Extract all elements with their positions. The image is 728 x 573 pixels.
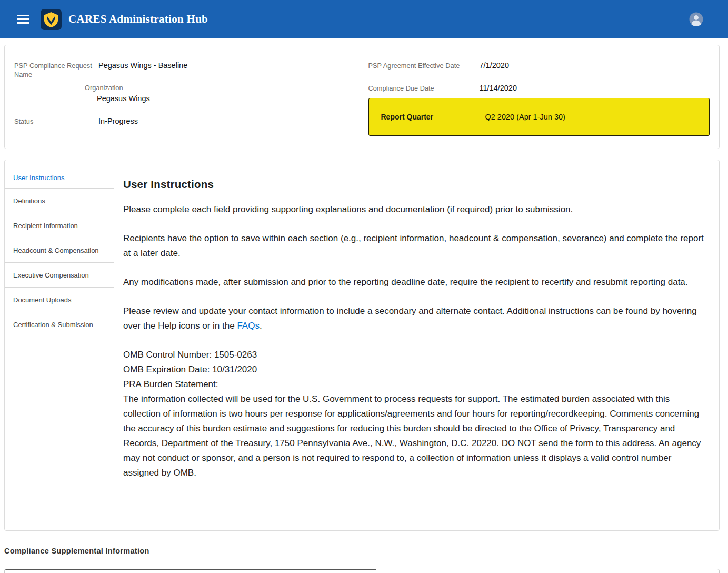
request-name-value: Pegasus Wings - Baseline bbox=[98, 61, 187, 70]
sidebar-item-definitions[interactable]: Definitions bbox=[5, 188, 114, 213]
page-title: User Instructions bbox=[123, 178, 709, 191]
sidebar-item-document-uploads[interactable]: Document Uploads bbox=[5, 287, 114, 312]
sidebar-item-certification-submission[interactable]: Certification & Submission bbox=[5, 312, 114, 337]
effective-date-field: PSP Agreement Effective Date 7/1/2020 bbox=[368, 61, 710, 70]
main-panel: User Instructions Definitions Recipient … bbox=[4, 160, 720, 531]
supplemental-section-heading: Compliance Supplemental Information bbox=[4, 547, 728, 555]
sidebar-item-user-instructions[interactable]: User Instructions bbox=[5, 167, 114, 187]
instruction-paragraph-4-text: Please review and update your contact in… bbox=[123, 306, 697, 331]
report-quarter-value: Q2 2020 (Apr 1-Jun 30) bbox=[485, 113, 565, 121]
supplemental-panel-edge bbox=[4, 569, 376, 570]
report-quarter-highlight: Report Quarter Q2 2020 (Apr 1-Jun 30) bbox=[368, 98, 710, 136]
report-quarter-label: Report Quarter bbox=[381, 113, 485, 121]
request-name-label: PSP Compliance Request Name bbox=[14, 61, 98, 79]
user-instructions-content: User Instructions Please complete each f… bbox=[114, 160, 719, 530]
omb-block: OMB Control Number: 1505-0263 OMB Expira… bbox=[123, 348, 709, 480]
sidebar-item-recipient-information[interactable]: Recipient Information bbox=[5, 213, 114, 238]
instruction-paragraph-1: Please complete each field providing sup… bbox=[123, 202, 709, 217]
section-nav: User Instructions Definitions Recipient … bbox=[5, 160, 114, 530]
request-name-field: PSP Compliance Request Name Pegasus Wing… bbox=[14, 61, 362, 79]
due-date-label: Compliance Due Date bbox=[368, 84, 480, 93]
cares-shield-logo-icon[interactable] bbox=[41, 9, 62, 30]
omb-control-number: OMB Control Number: 1505-0263 bbox=[123, 348, 709, 362]
supplemental-panel bbox=[4, 569, 720, 573]
app-header: CARES Administration Hub bbox=[0, 0, 728, 38]
status-label: Status bbox=[14, 117, 98, 126]
compliance-summary-card: PSP Compliance Request Name Pegasus Wing… bbox=[4, 45, 720, 149]
pra-burden-text: The information collected will be used f… bbox=[123, 392, 709, 480]
instruction-paragraph-4: Please review and update your contact in… bbox=[123, 304, 709, 333]
pra-burden-label: PRA Burden Statement: bbox=[123, 377, 709, 392]
organization-value: Pegasus Wings bbox=[85, 94, 150, 103]
effective-date-label: PSP Agreement Effective Date bbox=[368, 61, 480, 70]
sidebar-item-headcount-compensation[interactable]: Headcount & Compensation bbox=[5, 238, 114, 263]
faqs-link[interactable]: FAQs bbox=[237, 321, 260, 331]
summary-left-column: PSP Compliance Request Name Pegasus Wing… bbox=[14, 55, 362, 136]
sidebar-item-executive-compensation[interactable]: Executive Compensation bbox=[5, 262, 114, 288]
due-date-field: Compliance Due Date 11/14/2020 bbox=[368, 84, 710, 93]
organization-field: Organization Pegasus Wings bbox=[14, 83, 362, 103]
status-value: In-Progress bbox=[98, 117, 138, 126]
app-title: CARES Administration Hub bbox=[68, 13, 208, 26]
instruction-paragraph-2: Recipients have the option to save withi… bbox=[123, 231, 709, 261]
summary-right-column: PSP Agreement Effective Date 7/1/2020 Co… bbox=[362, 55, 710, 136]
organization-label: Organization bbox=[85, 83, 150, 92]
hamburger-menu-icon[interactable] bbox=[17, 15, 29, 24]
omb-expiration-date: OMB Expiration Date: 10/31/2020 bbox=[123, 362, 709, 377]
instruction-paragraph-3: Any modifications made, after submission… bbox=[123, 275, 709, 290]
user-avatar-icon[interactable] bbox=[689, 12, 703, 26]
status-field: Status In-Progress bbox=[14, 117, 362, 126]
due-date-value: 11/14/2020 bbox=[480, 84, 517, 93]
effective-date-value: 7/1/2020 bbox=[480, 61, 509, 70]
instruction-paragraph-4-period: . bbox=[260, 321, 262, 331]
